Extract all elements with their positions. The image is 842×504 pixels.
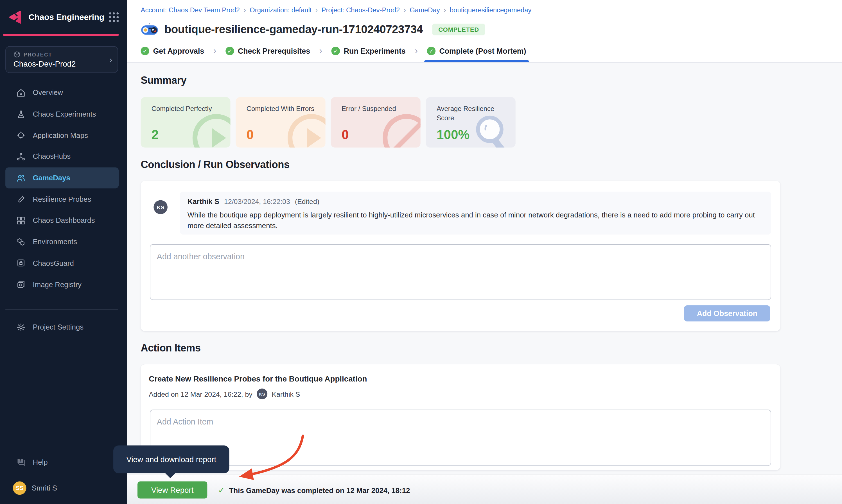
sidebar-item-chaoshubs[interactable]: ChaosHubs xyxy=(5,146,119,167)
user-menu[interactable]: SS Smriti S xyxy=(0,477,127,498)
dashboard-icon xyxy=(16,216,25,225)
view-report-tooltip: View and download report xyxy=(113,445,229,473)
sidebar-divider xyxy=(5,309,118,310)
steps-bar: ✓ Get Approvals › ✓ Check Prerequisites … xyxy=(127,40,842,62)
sidebar-item-label: ChaosGuard xyxy=(33,259,74,267)
action-item-meta: Added on 12 Mar 2024, 16:22, by KS Karth… xyxy=(149,389,300,399)
sidebar-item-project-settings[interactable]: Project Settings xyxy=(5,317,119,338)
completion-status: ✓ This GameDay was completed on 12 Mar 2… xyxy=(218,486,410,495)
sidebar-item-gamedays[interactable]: GameDays xyxy=(5,167,119,189)
add-observation-input[interactable] xyxy=(150,244,771,300)
card-label: Average Resilience Score xyxy=(437,105,508,123)
summary-heading: Summary xyxy=(141,75,842,87)
card-label: Error / Suspended xyxy=(341,105,413,113)
check-circle-icon: ✓ xyxy=(331,47,340,55)
card-label: Completed Perfectly xyxy=(152,105,223,113)
check-icon: ✓ xyxy=(218,486,225,495)
breadcrumb-run[interactable]: boutiqueresiliencegameday xyxy=(450,6,532,14)
chevron-right-icon: › xyxy=(213,46,216,56)
network-icon xyxy=(16,152,25,161)
gear-icon xyxy=(16,323,25,332)
check-circle-icon: ✓ xyxy=(141,47,149,55)
breadcrumb-separator: › xyxy=(404,6,406,14)
card-value: 2 xyxy=(152,127,159,142)
check-circle-icon: ✓ xyxy=(427,47,436,55)
action-item-avatar: KS xyxy=(257,389,267,399)
sidebar-item-label: Project Settings xyxy=(33,323,84,331)
sidebar-item-label: Image Registry xyxy=(33,281,82,289)
comment-author: Karthik S xyxy=(188,198,219,206)
image-registry-icon xyxy=(16,280,25,289)
comment-avatar: KS xyxy=(154,200,168,214)
breadcrumb-gameday[interactable]: GameDay xyxy=(409,6,440,14)
action-item-title: Create New Resilience Probes for the Bou… xyxy=(149,375,367,383)
breadcrumb-project[interactable]: Project: Chaos-Dev-Prod2 xyxy=(322,6,400,14)
comment-edited-label: (Edited) xyxy=(295,198,319,206)
sidebar-item-environments[interactable]: Environments xyxy=(5,231,119,253)
sidebar-settings: Project Settings xyxy=(0,317,127,338)
step-check-prerequisites[interactable]: ✓ Check Prerequisites xyxy=(226,40,310,62)
chevron-right-icon: › xyxy=(415,46,418,56)
user-name: Smriti S xyxy=(32,484,57,492)
step-run-experiments[interactable]: ✓ Run Experiments xyxy=(331,40,406,62)
card-value: 100% xyxy=(437,127,470,142)
test-tube-icon xyxy=(16,194,25,204)
target-icon xyxy=(16,131,25,140)
app-switcher-icon[interactable] xyxy=(109,12,119,22)
action-item-added-text: Added on 12 Mar 2024, 16:22, by xyxy=(149,390,252,398)
breadcrumb-separator: › xyxy=(315,6,318,14)
comment-box: Karthik S 12/03/2024, 16:22:03 (Edited) … xyxy=(180,192,771,235)
card-completed-perfectly: Completed Perfectly 2 xyxy=(141,97,230,148)
sidebar-item-chaos-experiments[interactable]: Chaos Experiments xyxy=(5,103,119,125)
add-observation-button[interactable]: Add Observation xyxy=(684,305,770,321)
play-circle-icon xyxy=(286,112,325,147)
app-title: Chaos Engineering xyxy=(29,12,109,22)
chevron-right-icon: › xyxy=(109,55,112,65)
app-root: Chaos Engineering PROJECT Chaos-Dev-Prod… xyxy=(0,0,842,504)
breadcrumb: Account: Chaos Dev Team Prod2 › Organiza… xyxy=(127,0,842,14)
sidebar-item-overview[interactable]: Overview xyxy=(5,82,119,103)
step-label: Get Approvals xyxy=(153,47,204,55)
observations-heading: Conclusion / Run Observations xyxy=(141,159,842,170)
sidebar-item-help[interactable]: ? Help xyxy=(5,451,119,473)
add-action-item-input[interactable] xyxy=(150,409,771,466)
project-selector[interactable]: PROJECT Chaos-Dev-Prod2 › xyxy=(5,46,118,73)
sidebar-item-label: GameDays xyxy=(33,174,70,182)
breadcrumb-org[interactable]: Organization: default xyxy=(250,6,312,14)
flask-icon xyxy=(16,109,25,119)
project-label-row: PROJECT xyxy=(14,51,112,58)
comment-text: While the boutique app deployment is lar… xyxy=(188,210,764,231)
sidebar-item-chaos-dashboards[interactable]: Chaos Dashboards xyxy=(5,210,119,231)
sidebar-item-resilience-probes[interactable]: Resilience Probes xyxy=(5,188,119,210)
comment-header: Karthik S 12/03/2024, 16:22:03 (Edited) xyxy=(188,198,764,206)
sidebar-item-image-registry[interactable]: Image Registry xyxy=(5,274,119,295)
sidebar-item-application-maps[interactable]: Application Maps xyxy=(5,125,119,146)
check-circle-icon: ✓ xyxy=(226,47,234,55)
view-report-button[interactable]: View Report xyxy=(138,481,207,498)
chevron-right-icon: › xyxy=(319,46,322,56)
page-title: boutique-resilience-gameday-run-17102407… xyxy=(164,23,423,36)
project-label: PROJECT xyxy=(23,51,52,57)
step-get-approvals[interactable]: ✓ Get Approvals xyxy=(141,40,204,62)
sidebar-item-label: Help xyxy=(33,458,48,466)
sidebar-nav: Overview Chaos Experiments Application M… xyxy=(0,82,127,295)
card-value: 0 xyxy=(247,127,254,142)
breadcrumb-account[interactable]: Account: Chaos Dev Team Prod2 xyxy=(141,6,240,14)
page-header: Account: Chaos Dev Team Prod2 › Organiza… xyxy=(127,0,842,62)
step-complete-post-mortem[interactable]: ✓ Complete (Post Mortem) xyxy=(427,40,526,62)
footer-bar: View Report ✓ This GameDay was completed… xyxy=(127,474,842,504)
comment-timestamp: 12/03/2024, 16:22:03 xyxy=(224,198,290,206)
title-row: boutique-resilience-gameday-run-17102407… xyxy=(141,20,842,38)
sidebar: Chaos Engineering PROJECT Chaos-Dev-Prod… xyxy=(0,0,127,504)
observations-panel: KS Karthik S 12/03/2024, 16:22:03 (Edite… xyxy=(141,181,780,331)
sidebar-item-label: Chaos Dashboards xyxy=(33,217,95,225)
sidebar-item-chaosguard[interactable]: ChaosGuard xyxy=(5,253,119,274)
card-average-resilience-score: Average Resilience Score 100% xyxy=(426,97,515,148)
sidebar-item-label: ChaosHubs xyxy=(33,152,71,161)
breadcrumb-separator: › xyxy=(444,6,446,14)
card-completed-with-errors: Completed With Errors 0 xyxy=(236,97,326,148)
hexagons-icon xyxy=(16,237,25,247)
tooltip-text: View and download report xyxy=(126,455,216,464)
sidebar-header: Chaos Engineering xyxy=(0,0,127,34)
ban-icon xyxy=(381,112,420,147)
